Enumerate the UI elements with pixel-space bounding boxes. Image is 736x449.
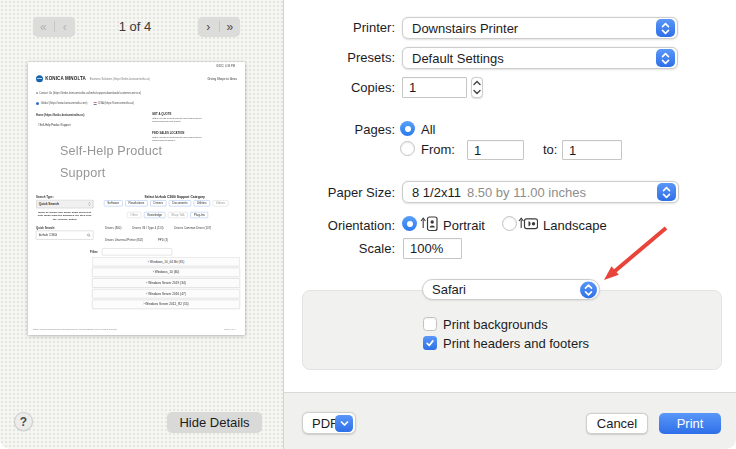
preview-category-button: Utilities: [194, 200, 210, 206]
pages-range-radio[interactable]: [400, 141, 415, 156]
landscape-orientation-icon: [518, 215, 538, 232]
annotation-arrow-icon: [594, 222, 676, 290]
paper-size-select[interactable]: 8 1/2x11 8.50 by 11.00 inches: [402, 181, 679, 203]
preview-category-button: Resolutions: [125, 200, 147, 206]
printer-label: Printer:: [353, 20, 395, 35]
scale-input[interactable]: 100%: [403, 238, 462, 259]
last-page-icon[interactable]: »: [220, 18, 241, 36]
pages-to-input[interactable]: 1: [562, 140, 622, 160]
preview-driver-link: PPD (3): [158, 239, 168, 242]
printer-select[interactable]: Downstairs Printer: [402, 17, 678, 39]
next-page-icon[interactable]: ›: [198, 18, 219, 36]
preview-search-type-label: Search Type:: [36, 195, 54, 198]
pages-from-input[interactable]: 1: [467, 140, 524, 160]
preview-result-row: › Windows Server 2016 (47): [92, 289, 240, 298]
magnifier-icon: [87, 233, 91, 237]
preview-timestamp: 8/4/22, 4:36 PM: [216, 65, 235, 68]
preview-category-row2: Other Knowledge Shop Talk Plug-Ins: [127, 212, 208, 218]
preview-category-title: Select bizhub C360i Support Category: [113, 195, 236, 199]
print-headers-checkbox[interactable]: [423, 336, 437, 350]
preview-pane: « ‹ 1 of 4 › » 8/4/22, 4:36 PM KONICA MI…: [0, 0, 283, 449]
print-backgrounds-checkbox[interactable]: [423, 317, 437, 331]
pages-all-label: All: [421, 122, 435, 137]
konica-minolta-logo-icon: [36, 75, 43, 82]
first-page-icon[interactable]: «: [33, 18, 54, 36]
preview-category-button: Drivers: [150, 200, 166, 206]
usa-flag-icon: [94, 102, 97, 104]
preview-category-button: Other: [127, 212, 141, 218]
copies-input[interactable]: 1: [402, 77, 467, 98]
preview-footer-url: https://kmbs.konicaminolta.us/kmbs/suppo…: [33, 328, 218, 330]
preview-heading-line1: Self-Help Product: [60, 144, 162, 158]
orientation-portrait-radio[interactable]: [402, 216, 417, 231]
page-forward-button-group[interactable]: › »: [198, 17, 240, 36]
preview-usa-link: USA (https://konicaminolta.us): [98, 102, 134, 105]
preview-driver-link: Drivers Universal Printer (842): [105, 239, 143, 242]
hide-details-button[interactable]: Hide Details: [167, 412, 262, 433]
presets-select[interactable]: Default Settings: [402, 47, 678, 69]
help-button[interactable]: ?: [14, 412, 33, 431]
preview-category-button: Plug-Ins: [190, 212, 208, 218]
pages-from-label: From:: [421, 142, 455, 157]
preview-quote-title: GET A QUOTE: [152, 112, 171, 115]
preview-region-links: Global (https://www.konicaminolta.com) U…: [36, 102, 134, 105]
preview-footer-page: Page 1 of 4: [224, 328, 236, 330]
updown-chevron-icon: [657, 183, 676, 201]
print-button[interactable]: Print: [659, 413, 721, 434]
globe-icon: [36, 102, 39, 105]
preview-result-row: › Windows Server 2012_R2 (55): [92, 300, 240, 309]
preview-category-button: Documents: [169, 200, 191, 206]
page-back-button-group[interactable]: « ‹: [33, 17, 75, 36]
preview-search-type-value: Quick Search: [39, 202, 59, 206]
preview-global-link: Global (https://www.konicaminolta.com): [41, 102, 88, 105]
preview-category-row1: Software Resolutions Drivers Documents U…: [104, 200, 228, 206]
preview-driver-link: Drivers Common Driver (107): [174, 227, 211, 230]
preview-driver-links-row2: Drivers Universal Printer (842) PPD (3): [105, 239, 168, 242]
preview-brand-note: Business Solutions (https://kmbs.konicam…: [90, 77, 150, 80]
print-headers-label: Print headers and footers: [443, 336, 589, 351]
orientation-label: Orientation:: [328, 218, 395, 233]
portrait-orientation-icon: [420, 215, 438, 232]
pages-label: Pages:: [355, 122, 395, 137]
preview-category-button: Software: [104, 200, 123, 206]
app-options-select[interactable]: Safari: [422, 279, 600, 300]
pages-all-radio[interactable]: [400, 121, 415, 136]
pdf-menu-button[interactable]: PDF: [302, 412, 356, 434]
preview-home-link: Home (https://kmbs.konicaminolta.us): [36, 114, 84, 117]
preview-driver-links-row1: Drivers (800) Drivers V4 / Type 4 (113) …: [105, 227, 211, 230]
cancel-button[interactable]: Cancel: [586, 413, 648, 434]
pages-to-label: to:: [543, 142, 557, 157]
preview-contact-line: ✉ Contact Us (https://kmbs.konicaminolta…: [36, 92, 141, 95]
presets-label: Presets:: [347, 50, 395, 65]
printer-select-value: Downstairs Printer: [412, 21, 518, 36]
print-dialog: « ‹ 1 of 4 › » 8/4/22, 4:36 PM KONICA MI…: [0, 0, 736, 449]
preview-filter-label: Filter:: [90, 250, 98, 253]
preview-driver-link: Drivers (800): [105, 227, 121, 230]
preview-breadcrumb: / Self-Help Product Support: [38, 124, 70, 127]
preview-logo-row: KONICA MINOLTA Business Solutions (https…: [36, 75, 150, 82]
print-preview-page: 8/4/22, 4:36 PM KONICA MINOLTA Business …: [28, 62, 245, 335]
copies-stepper[interactable]: [471, 77, 483, 98]
preview-quick-search-field: bizhub C360i: [36, 231, 93, 240]
updown-chevron-icon: [656, 19, 675, 37]
page-indicator: 1 of 4: [103, 19, 167, 34]
preview-category-button: Videos: [213, 200, 229, 206]
preview-quote-url: downloads/request-quote): [152, 120, 181, 123]
preview-category-button: Knowledge: [144, 212, 166, 218]
preview-search-help: Begin by typing your model name and sele…: [36, 211, 93, 221]
preview-filter-input: [102, 248, 172, 255]
paper-size-value: 8 1/2x11: [412, 185, 461, 200]
print-backgrounds-label: Print backgrounds: [443, 317, 548, 332]
preview-tagline: Giving Shape to Ideas: [207, 77, 237, 80]
preview-category-button: Shop Talk: [168, 212, 188, 218]
preview-search-type-select: Quick Search: [36, 200, 93, 209]
stepper-down-icon: [473, 89, 481, 95]
preview-quick-search-label: Quick Search:: [36, 226, 55, 229]
pages-from-value: 1: [474, 143, 481, 158]
orientation-portrait-text: Portrait: [443, 218, 485, 233]
previous-page-icon[interactable]: ‹: [55, 18, 76, 36]
orientation-landscape-radio[interactable]: [502, 216, 517, 231]
scale-value: 100%: [410, 241, 443, 256]
preview-sales-title: FIND SALES LOCATION: [152, 131, 184, 134]
preview-brand: KONICA MINOLTA: [45, 76, 86, 81]
